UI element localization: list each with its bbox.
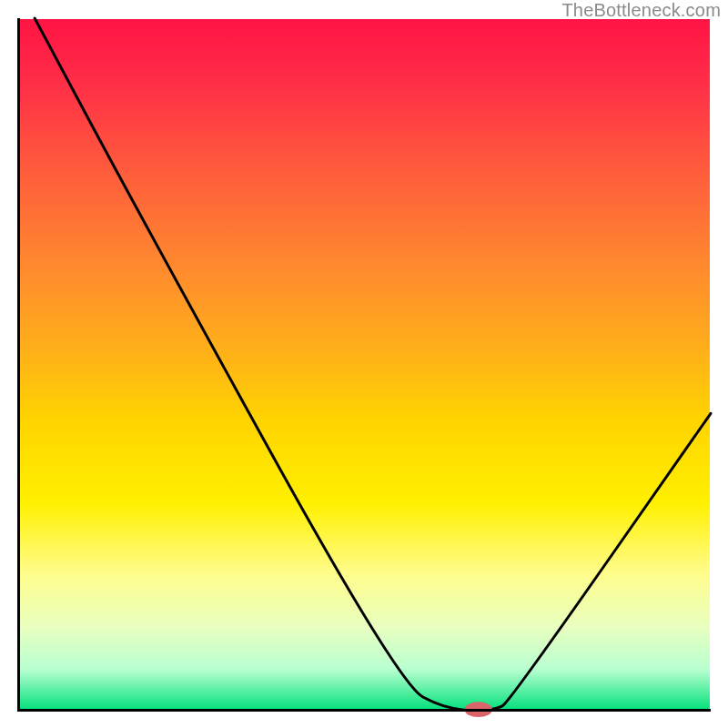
chart-container: TheBottleneck.com [0, 0, 728, 728]
optimal-marker [17, 18, 711, 712]
watermark-label: TheBottleneck.com [561, 0, 721, 21]
svg-point-0 [465, 702, 492, 717]
plot-area [17, 18, 711, 712]
